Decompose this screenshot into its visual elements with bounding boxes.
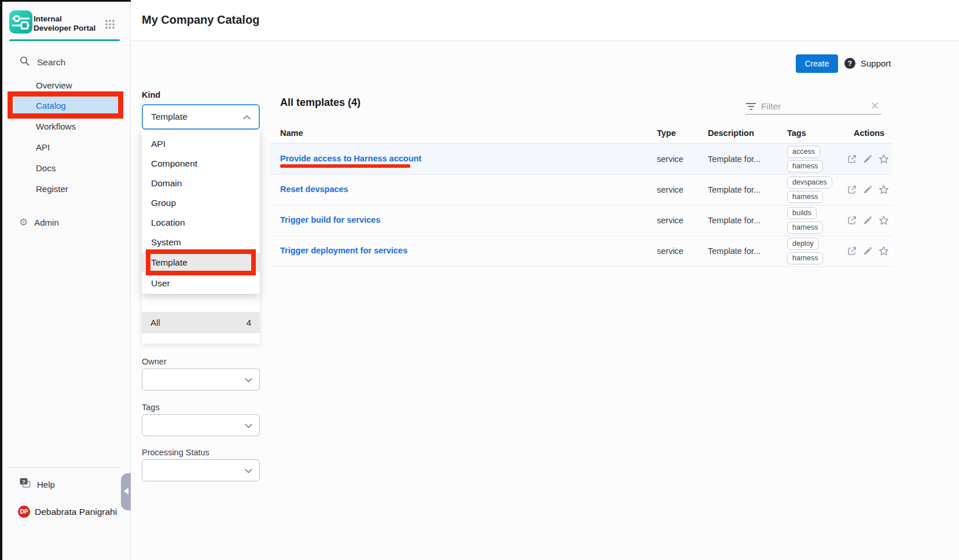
user-profile[interactable]: DP Debabrata Panigrahi — [18, 506, 117, 518]
help-chat-icon: ? — [19, 477, 31, 491]
kind-dropdown-menu: API Component Domain Group Location Syst… — [142, 131, 260, 294]
support-button[interactable]: ? Support — [844, 58, 891, 69]
question-circle-icon: ? — [844, 58, 855, 69]
type-cell: service — [657, 154, 684, 164]
template-link[interactable]: Reset devspaces — [280, 185, 348, 194]
col-tags: Tags — [787, 128, 806, 138]
row-actions — [847, 153, 890, 167]
help-button[interactable]: ? Help — [19, 477, 55, 491]
star-icon[interactable] — [878, 245, 890, 259]
sidebar-item-catalog-highlight — [14, 98, 119, 114]
kind-option-system[interactable]: System — [142, 233, 260, 252]
open-in-new-icon[interactable] — [847, 246, 857, 259]
clear-filter-icon[interactable] — [870, 101, 879, 112]
template-link[interactable]: Provide access to Harness account — [280, 154, 421, 163]
star-icon[interactable] — [878, 215, 890, 229]
tags-select[interactable] — [142, 414, 260, 436]
window-edge-top — [0, 0, 131, 2]
tag-chip: harness — [787, 191, 823, 203]
col-type: Type — [657, 128, 676, 138]
facet-all-label: All — [150, 318, 160, 327]
kind-option-user[interactable]: User — [142, 274, 260, 293]
table-title: All templates (4) — [280, 97, 361, 109]
window-edge — [0, 0, 2, 560]
processing-status-select[interactable] — [142, 459, 260, 481]
page-title: My Company Catalog — [142, 13, 259, 27]
chevron-down-icon — [245, 374, 252, 385]
edit-pencil-icon[interactable] — [862, 215, 873, 228]
table-row: Reset devspaces service Template for... … — [270, 174, 892, 205]
chevron-down-icon — [245, 465, 252, 476]
type-cell: service — [657, 216, 684, 225]
tag-chip: access — [787, 146, 820, 158]
table-row: Trigger build for services service Templ… — [270, 205, 892, 236]
search-icon — [19, 56, 30, 69]
star-icon[interactable] — [878, 153, 890, 167]
owner-select[interactable] — [142, 369, 260, 390]
tag-chip: devspaces — [787, 176, 832, 189]
sidebar-item-api[interactable]: API — [36, 142, 50, 152]
user-name: Debabrata Panigrahi — [35, 507, 117, 517]
edit-pencil-icon[interactable] — [862, 246, 873, 259]
kind-filter-label: Kind — [142, 90, 160, 100]
row-actions — [847, 184, 890, 198]
tags-cell: deploy harness — [787, 238, 823, 264]
create-button[interactable]: Create — [796, 54, 838, 73]
sidebar-item-workflows[interactable]: Workflows — [36, 121, 76, 131]
kind-option-location[interactable]: Location — [142, 213, 260, 233]
tag-chip: harness — [787, 160, 823, 172]
edit-pencil-icon[interactable] — [862, 185, 873, 197]
gear-icon: ⚙ — [19, 218, 28, 227]
kind-option-domain[interactable]: Domain — [142, 174, 260, 193]
template-link[interactable]: Trigger build for services — [280, 215, 380, 224]
col-name: Name — [280, 128, 303, 138]
star-icon[interactable] — [878, 184, 890, 198]
col-actions: Actions — [854, 128, 884, 138]
template-link[interactable]: Trigger deployment for services — [280, 246, 407, 255]
filter-placeholder: Filter — [761, 101, 781, 112]
type-facet-all[interactable]: All 4 — [142, 312, 260, 333]
collapse-arrow-icon — [124, 488, 128, 495]
sidebar-search[interactable]: Search — [19, 56, 65, 69]
type-cell: service — [657, 185, 684, 194]
sidebar-item-docs[interactable]: Docs — [36, 163, 56, 173]
svg-text:?: ? — [22, 479, 25, 485]
tag-chip: harness — [787, 222, 823, 234]
sidebar-item-catalog[interactable]: Catalog — [36, 101, 66, 110]
kind-select-value: Template — [151, 112, 188, 122]
kind-option-api[interactable]: API — [142, 134, 260, 154]
sidebar-item-register[interactable]: Register — [36, 184, 68, 194]
search-label: Search — [37, 57, 65, 68]
avatar: DP — [18, 506, 30, 518]
filter-list-icon — [745, 101, 756, 114]
description-cell: Template for... — [708, 246, 760, 256]
description-cell: Template for... — [708, 154, 760, 164]
app-title: Internal Developer Portal — [34, 14, 100, 33]
support-label: Support — [861, 58, 891, 68]
tags-filter-label: Tags — [142, 403, 160, 412]
table-row: Provide access to Harness account servic… — [270, 143, 892, 175]
sidebar-item-overview[interactable]: Overview — [36, 80, 72, 90]
edit-pencil-icon[interactable] — [862, 154, 873, 167]
table-filter-input[interactable]: Filter — [745, 98, 881, 115]
kind-option-component[interactable]: Component — [142, 154, 260, 174]
tags-cell: access harness — [787, 146, 823, 172]
apps-grid-icon[interactable] — [105, 19, 115, 32]
row-actions — [847, 245, 890, 259]
description-cell: Template for... — [708, 185, 760, 194]
brand-divider — [9, 39, 120, 41]
kind-option-group[interactable]: Group — [142, 193, 260, 213]
chevron-up-icon — [243, 112, 251, 122]
kind-select[interactable]: Template — [142, 104, 260, 130]
help-label: Help — [37, 480, 55, 489]
sidebar-item-admin[interactable]: ⚙ Admin — [19, 218, 59, 227]
open-in-new-icon[interactable] — [847, 215, 857, 228]
processing-status-filter-label: Processing Status — [142, 448, 210, 457]
open-in-new-icon[interactable] — [847, 154, 857, 167]
type-cell: service — [657, 246, 684, 256]
tag-chip: harness — [787, 252, 823, 264]
open-in-new-icon[interactable] — [847, 185, 857, 197]
filter-underline — [745, 114, 881, 115]
tags-cell: devspaces harness — [787, 176, 832, 203]
kind-option-template[interactable]: Template — [142, 253, 260, 272]
